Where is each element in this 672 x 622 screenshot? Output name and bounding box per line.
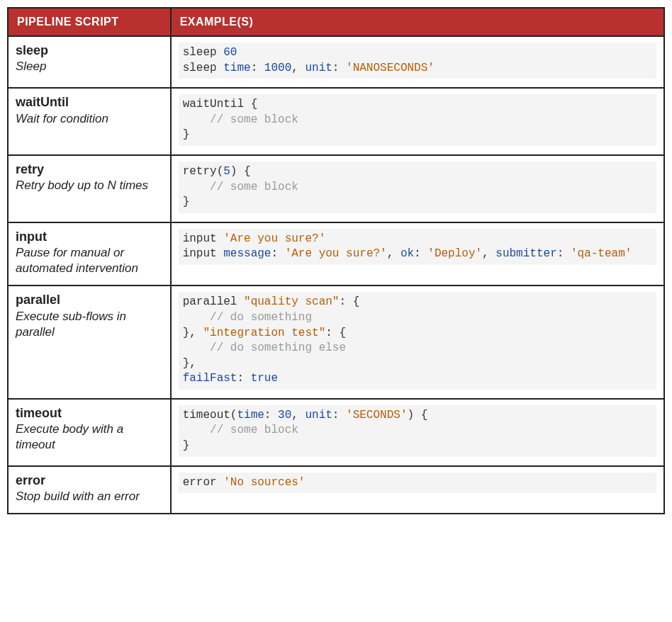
- header-example: Example(s): [171, 8, 664, 36]
- code-block: timeout(time: 30, unit: 'SECONDS') { // …: [179, 405, 656, 457]
- example-cell: error 'No sources': [171, 466, 664, 514]
- code-block: sleep 60 sleep time: 1000, unit: 'NANOSE…: [179, 43, 656, 79]
- script-description: Execute sub-flows in parallel: [16, 309, 163, 340]
- script-cell: inputPause for manual or automated inter…: [8, 222, 171, 286]
- example-cell: waitUntil { // some block }: [171, 88, 664, 155]
- example-cell: input 'Are you sure?' input message: 'Ar…: [171, 222, 664, 286]
- script-description: Execute body with a timeout: [16, 422, 163, 453]
- script-cell: sleepSleep: [8, 36, 171, 88]
- code-block: waitUntil { // some block }: [179, 94, 656, 146]
- script-description: Stop build with an error: [16, 489, 163, 504]
- script-cell: parallelExecute sub-flows in parallel: [8, 285, 171, 399]
- script-cell: waitUntilWait for condition: [8, 88, 171, 155]
- script-name: parallel: [16, 292, 163, 308]
- pipeline-reference-table: Pipeline Script Example(s) sleepSleepsle…: [7, 7, 665, 514]
- script-name: input: [16, 229, 163, 245]
- example-cell: timeout(time: 30, unit: 'SECONDS') { // …: [171, 399, 664, 466]
- example-cell: retry(5) { // some block }: [171, 155, 664, 222]
- table-row: retryRetry body up to N timesretry(5) { …: [8, 155, 664, 222]
- script-cell: errorStop build with an error: [8, 466, 171, 514]
- table-row: inputPause for manual or automated inter…: [8, 222, 664, 286]
- script-description: Wait for condition: [16, 111, 163, 127]
- script-name: timeout: [16, 405, 163, 422]
- table-header-row: Pipeline Script Example(s): [8, 8, 664, 36]
- script-cell: retryRetry body up to N times: [8, 155, 171, 222]
- table-row: waitUntilWait for conditionwaitUntil { /…: [8, 88, 664, 155]
- code-block: retry(5) { // some block }: [179, 162, 656, 213]
- script-name: retry: [16, 162, 163, 178]
- table-row: timeoutExecute body with a timeouttimeou…: [8, 399, 664, 466]
- script-name: sleep: [16, 43, 163, 59]
- script-description: Pause for manual or automated interventi…: [16, 245, 163, 276]
- example-cell: parallel "quality scan": { // do somethi…: [171, 285, 664, 399]
- script-description: Sleep: [16, 59, 163, 74]
- table-row: parallelExecute sub-flows in parallelpar…: [8, 285, 664, 399]
- table-body: sleepSleepsleep 60 sleep time: 1000, uni…: [8, 36, 664, 514]
- example-cell: sleep 60 sleep time: 1000, unit: 'NANOSE…: [171, 36, 664, 88]
- table-row: errorStop build with an errorerror 'No s…: [8, 466, 664, 514]
- script-description: Retry body up to N times: [16, 178, 163, 193]
- code-block: error 'No sources': [179, 473, 656, 494]
- script-name: error: [16, 473, 163, 489]
- table-row: sleepSleepsleep 60 sleep time: 1000, uni…: [8, 36, 664, 88]
- code-block: input 'Are you sure?' input message: 'Ar…: [179, 229, 656, 265]
- code-block: parallel "quality scan": { // do somethi…: [179, 292, 656, 390]
- script-cell: timeoutExecute body with a timeout: [8, 399, 171, 466]
- script-name: waitUntil: [16, 94, 163, 111]
- header-script: Pipeline Script: [8, 8, 171, 36]
